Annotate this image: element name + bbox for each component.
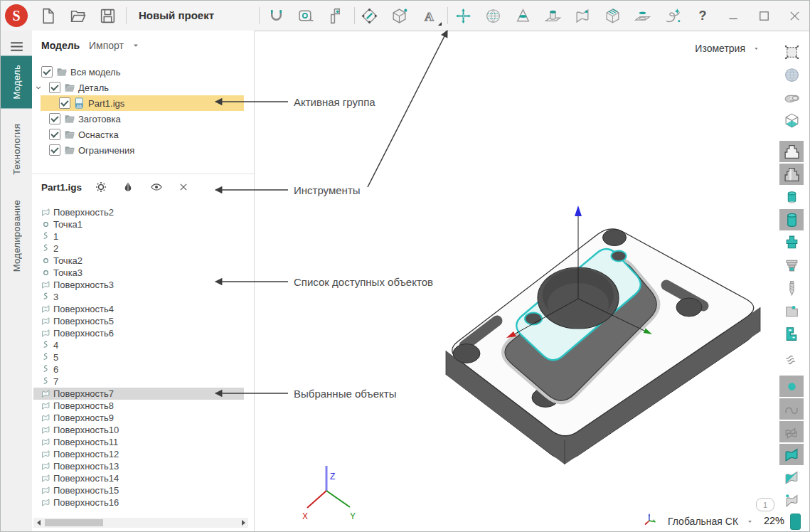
panel-tool-button[interactable] xyxy=(150,180,164,194)
list-item[interactable]: Поверхность10 xyxy=(32,424,244,436)
toolbar-button[interactable] xyxy=(662,5,682,26)
sidebar-tab[interactable]: Технология xyxy=(1,115,32,184)
right-tool-button[interactable] xyxy=(779,323,804,344)
scroll-right-button[interactable] xyxy=(238,518,248,528)
panel-tool-button[interactable] xyxy=(177,180,191,194)
list-item[interactable]: Поверхность16 xyxy=(32,496,244,509)
checkbox[interactable] xyxy=(59,97,70,109)
window-control-button[interactable] xyxy=(723,5,743,26)
list-item[interactable]: Точка3 xyxy=(32,267,244,279)
list-item[interactable]: Поверхность4 xyxy=(32,303,244,315)
list-item[interactable]: Поверхность9 xyxy=(32,412,244,424)
toolbar-button[interactable] xyxy=(326,5,346,26)
window-control-button[interactable] xyxy=(784,5,804,26)
right-tool-button[interactable] xyxy=(779,346,804,367)
list-item[interactable]: Поверхность8 xyxy=(32,400,244,412)
tree-row[interactable]: Оснастка xyxy=(32,127,244,142)
tree-row[interactable]: Вся модель xyxy=(32,64,244,80)
list-item[interactable]: Поверхность15 xyxy=(32,484,244,496)
right-tool-button[interactable] xyxy=(779,41,804,63)
right-tool-button[interactable] xyxy=(779,186,804,208)
checkbox[interactable] xyxy=(49,129,60,140)
list-item[interactable]: 1 xyxy=(32,230,244,243)
horizontal-scrollbar[interactable] xyxy=(33,518,248,528)
toolbar-button[interactable] xyxy=(572,5,592,26)
panel-tool-button[interactable] xyxy=(95,180,109,194)
right-tool-button[interactable] xyxy=(779,376,804,397)
right-tool-button[interactable] xyxy=(779,87,804,108)
list-item[interactable]: Поверхность5 xyxy=(32,315,244,327)
axes-triad-icon[interactable] xyxy=(641,510,659,528)
coordinate-system-select[interactable]: Глобальная СК xyxy=(668,516,738,527)
toolbar-button[interactable] xyxy=(266,5,286,26)
right-tool-button[interactable] xyxy=(779,467,804,488)
list-item[interactable]: Поверхность11 xyxy=(32,436,244,448)
chevron-down-icon[interactable] xyxy=(33,82,49,93)
zoom-level[interactable]: 22% xyxy=(753,515,784,526)
toolbar-button[interactable] xyxy=(483,5,503,26)
checkbox[interactable] xyxy=(49,144,60,156)
right-tool-button[interactable] xyxy=(779,110,804,131)
checkbox[interactable] xyxy=(41,66,53,78)
list-item[interactable]: 6 xyxy=(32,363,244,376)
list-item[interactable]: Поверхность7 xyxy=(32,388,244,400)
list-item[interactable]: 2 xyxy=(32,243,244,255)
list-item[interactable]: 3 xyxy=(32,291,244,303)
list-item[interactable]: Поверхность6 xyxy=(32,327,244,339)
toolbar-button[interactable]: A xyxy=(419,5,439,26)
list-item[interactable]: 4 xyxy=(32,339,244,351)
checkbox[interactable] xyxy=(49,113,60,124)
list-item[interactable]: 7 xyxy=(32,376,244,388)
right-tool-button[interactable] xyxy=(779,141,804,162)
toolbar-button[interactable] xyxy=(359,5,379,26)
right-tool-button[interactable] xyxy=(779,64,804,85)
sidebar-tab[interactable]: Модель xyxy=(1,55,32,108)
toolbar-button[interactable] xyxy=(543,5,563,26)
right-tool-button[interactable] xyxy=(779,421,804,442)
right-tool-button[interactable] xyxy=(779,209,804,230)
list-item[interactable]: Поверхность12 xyxy=(32,448,244,460)
main-menu-button[interactable] xyxy=(8,38,26,55)
view-orientation-select[interactable]: Изометрия xyxy=(678,41,760,56)
scroll-left-button[interactable] xyxy=(33,518,43,528)
app-logo[interactable]: S xyxy=(4,4,28,28)
right-tool-button[interactable] xyxy=(779,489,804,511)
toolbar-button[interactable] xyxy=(453,5,473,26)
list-item[interactable]: Поверхность2 xyxy=(32,206,244,218)
tab-model[interactable]: Модель xyxy=(41,40,80,51)
right-tool-button[interactable] xyxy=(779,300,804,321)
caret-down-icon[interactable] xyxy=(131,41,141,50)
right-tool-button[interactable] xyxy=(779,232,804,253)
sidebar-tab[interactable]: Моделирование xyxy=(1,191,32,281)
right-tool-button[interactable] xyxy=(779,164,804,185)
list-item[interactable]: Поверхность3 xyxy=(32,279,244,291)
toolbar-button[interactable] xyxy=(632,5,652,26)
right-tool-button[interactable] xyxy=(779,444,804,465)
toolbar-button[interactable] xyxy=(97,5,117,26)
tree-row[interactable]: IGS Part1.igs xyxy=(32,95,244,111)
scrollbar-thumb[interactable] xyxy=(45,519,103,526)
checkbox[interactable] xyxy=(49,82,60,93)
list-item[interactable]: Точка1 xyxy=(32,218,244,230)
tree-row[interactable]: Ограничения xyxy=(32,142,244,158)
toolbar-button[interactable] xyxy=(38,5,58,26)
toolbar-button[interactable] xyxy=(513,5,533,26)
toolbar-button[interactable] xyxy=(602,5,622,26)
tree-row[interactable]: Деталь xyxy=(32,80,244,95)
right-tool-button[interactable] xyxy=(779,277,804,299)
help-button[interactable]: ? xyxy=(693,5,713,26)
list-item[interactable]: 5 xyxy=(32,351,244,363)
zoom-indicator[interactable] xyxy=(790,514,801,530)
toolbar-button[interactable] xyxy=(68,5,87,26)
right-tool-button[interactable] xyxy=(779,398,804,420)
tab-import[interactable]: Импорт xyxy=(89,40,124,51)
list-item[interactable]: Поверхность14 xyxy=(32,472,244,484)
right-tool-button[interactable] xyxy=(779,255,804,276)
toolbar-button[interactable] xyxy=(389,5,409,26)
list-item[interactable]: Точка2 xyxy=(32,255,244,267)
panel-tool-button[interactable] xyxy=(122,180,136,194)
list-item[interactable]: Поверхность13 xyxy=(32,460,244,472)
window-control-button[interactable] xyxy=(754,5,774,26)
tree-row[interactable]: Заготовка xyxy=(32,111,244,127)
toolbar-button[interactable] xyxy=(296,5,316,26)
